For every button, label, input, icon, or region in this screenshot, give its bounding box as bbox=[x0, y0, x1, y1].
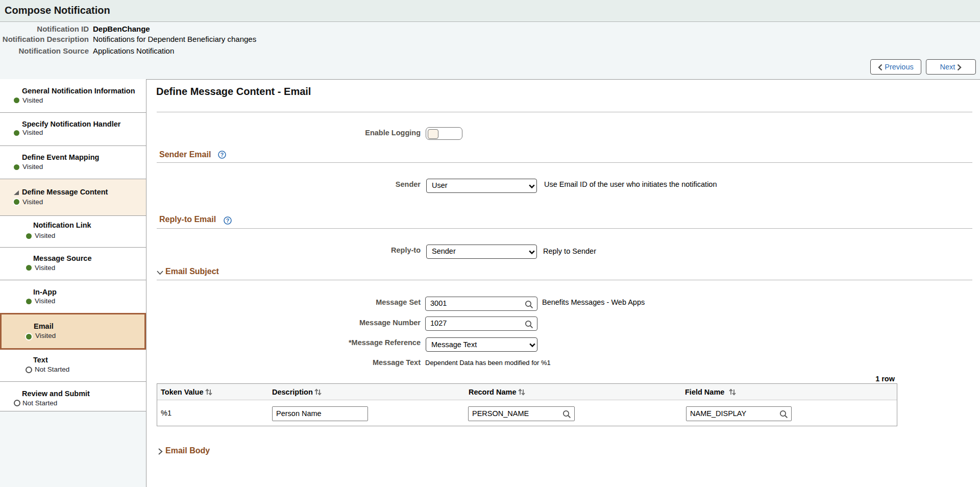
svg-text:?: ? bbox=[226, 217, 229, 224]
svg-text:?: ? bbox=[220, 152, 224, 158]
